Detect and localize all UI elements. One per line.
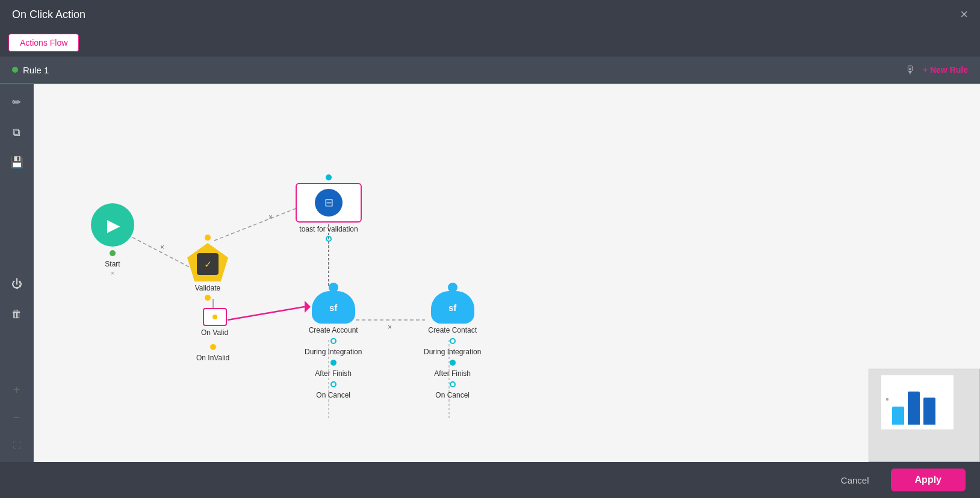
on-invalid-port[interactable] <box>210 344 216 350</box>
toast-top-port[interactable] <box>326 174 332 180</box>
on-valid-label: On Valid <box>201 328 228 337</box>
svg-text:×: × <box>268 213 273 221</box>
ca-port1[interactable] <box>330 338 336 344</box>
left-toolbar: ✏ ⧉ 💾 ⏻ 🗑 + − ⛶ <box>0 84 34 462</box>
start-output-port[interactable] <box>110 250 116 256</box>
tab-bar: Actions Flow <box>0 29 980 57</box>
toast-label: toast for validation <box>299 225 358 233</box>
on-invalid-node[interactable]: On InValid <box>196 343 229 362</box>
validate-inner: ✓ <box>197 253 219 275</box>
toast-bottom-port[interactable] <box>326 236 332 242</box>
on-valid-box[interactable] <box>203 308 227 326</box>
dialog-title: On Click Action <box>12 8 85 21</box>
rule-bar: Rule 1 🎙 + New Rule <box>0 57 980 84</box>
ca-cloud[interactable]: sf <box>312 291 355 324</box>
cc-cloud[interactable]: sf <box>431 291 474 324</box>
save-icon[interactable]: 💾 <box>7 153 26 172</box>
cc-port3[interactable] <box>450 381 456 387</box>
create-contact-node[interactable]: sf Create Contact During Integration Aft… <box>424 281 481 399</box>
main-content: Rule 1 🎙 + New Rule ✏ ⧉ 💾 ⏻ 🗑 + − ⛶ <box>0 57 980 462</box>
svg-line-4 <box>228 307 305 320</box>
delete-icon[interactable]: 🗑 <box>7 304 26 324</box>
ca-port3-label: On Cancel <box>316 391 350 399</box>
zoom-out-button[interactable]: − <box>8 409 25 426</box>
on-valid-dot <box>212 315 217 319</box>
minimap-inner <box>881 375 954 429</box>
copy-icon[interactable]: ⧉ <box>7 123 26 142</box>
svg-text:×: × <box>388 323 392 331</box>
new-rule-button[interactable]: + New Rule <box>923 65 968 75</box>
cancel-button[interactable]: Cancel <box>829 470 881 490</box>
apply-button[interactable]: Apply <box>891 469 966 491</box>
power-icon[interactable]: ⏻ <box>7 274 26 294</box>
play-icon: ▶ <box>107 215 120 235</box>
dialog: On Click Action × Actions Flow Rule 1 🎙 … <box>0 0 980 498</box>
cc-port2-label: After Finish <box>434 369 471 378</box>
rule-name: Rule 1 <box>23 65 49 75</box>
cc-port2[interactable] <box>450 360 456 366</box>
zoom-in-button[interactable]: + <box>8 381 25 398</box>
cc-label: Create Contact <box>428 326 477 334</box>
svg-text:×: × <box>160 243 164 251</box>
ca-port2-label: After Finish <box>315 369 352 378</box>
canvas-area: ✏ ⧉ 💾 ⏻ 🗑 + − ⛶ × <box>0 84 980 462</box>
cc-port1[interactable] <box>450 338 456 344</box>
validate-label: Validate <box>195 284 220 292</box>
ca-port1-label: During Integration <box>305 348 362 356</box>
close-button[interactable]: × <box>960 8 968 21</box>
start-node[interactable]: ▶ Start × <box>91 203 134 277</box>
ca-port3[interactable] <box>330 381 336 387</box>
rule-label: Rule 1 <box>12 65 49 75</box>
validate-input-port[interactable] <box>205 235 211 241</box>
edit-icon[interactable]: ✏ <box>7 93 26 112</box>
cc-port3-label: On Cancel <box>435 391 470 399</box>
ca-port2[interactable] <box>330 360 336 366</box>
flow-canvas[interactable]: × × × <box>34 84 980 462</box>
start-label: Start <box>105 260 120 268</box>
toast-box[interactable]: ⊟ <box>296 183 362 223</box>
on-invalid-label: On InValid <box>196 354 229 362</box>
cc-port1-label: During Integration <box>424 348 481 356</box>
fit-view-button[interactable]: ⛶ <box>8 437 25 453</box>
validate-node[interactable]: ✓ Validate <box>187 233 228 302</box>
title-bar: On Click Action × <box>0 0 980 29</box>
microphone-icon: 🎙 <box>905 64 916 76</box>
rule-status-dot <box>12 67 18 73</box>
toast-icon: ⊟ <box>315 189 343 217</box>
actions-flow-tab[interactable]: Actions Flow <box>8 34 79 52</box>
on-valid-node[interactable]: On Valid <box>201 308 228 337</box>
minimap <box>869 369 980 462</box>
start-circle[interactable]: ▶ <box>91 203 134 247</box>
connections-svg: × × × <box>34 84 980 462</box>
rule-actions: 🎙 + New Rule <box>905 64 968 76</box>
svg-line-0 <box>127 235 196 271</box>
create-account-node[interactable]: sf Create Account During Integration Aft… <box>305 281 362 399</box>
toast-node[interactable]: ⊟ toast for validation <box>296 173 362 243</box>
validate-output-port[interactable] <box>205 295 211 301</box>
validate-shape[interactable]: ✓ <box>187 243 228 281</box>
ca-label: Create Account <box>309 326 358 334</box>
bottom-bar: Cancel Apply <box>0 462 980 498</box>
